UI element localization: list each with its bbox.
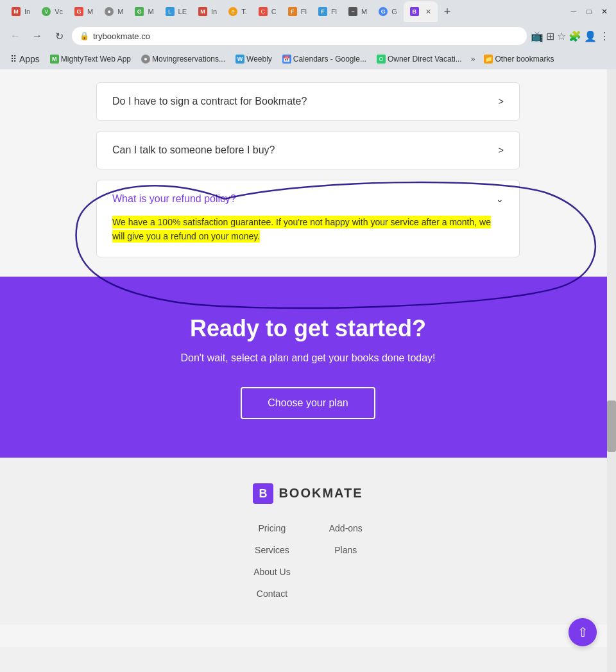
faq-item-refund[interactable]: What is your refund policy? ⌄ We have a … [96, 180, 520, 257]
bookmarks-more-button[interactable]: » [468, 53, 478, 65]
faq-item-talk[interactable]: Can I talk to someone before I buy? > [96, 131, 520, 169]
tab-2[interactable]: V Vc [37, 1, 68, 22]
tab-10[interactable]: F Fl [283, 1, 312, 22]
tab-6[interactable]: L LE [160, 1, 192, 22]
footer-link-plans[interactable]: Plans [329, 545, 363, 555]
scrollbar-track[interactable] [607, 69, 616, 647]
tab-11[interactable]: F Fl [313, 1, 342, 22]
chevron-right-icon-2: > [499, 145, 504, 155]
faq-item-contract-header[interactable]: Do I have to sign a contract for Bookmat… [112, 96, 504, 107]
browser-chrome: M In V Vc G M ● M G M L LE [0, 0, 616, 69]
bookmark-other[interactable]: 📁 Other bookmarks [480, 53, 558, 65]
tab-search-icon[interactable]: ⊞ [546, 30, 554, 42]
faq-item-contract[interactable]: Do I have to sign a contract for Bookmat… [96, 82, 520, 121]
footer-logo-text: BOOKMATE [278, 486, 363, 501]
chevron-right-icon: > [499, 96, 504, 107]
cast-icon[interactable]: 📺 [531, 30, 543, 42]
footer-col-1: Pricing Services About Us Contact [253, 523, 291, 599]
address-bar: ← → ↻ 🔒 trybookmate.co 📺 ⊞ ☆ 🧩 👤 ⋮ [0, 23, 616, 49]
url-bar[interactable]: 🔒 trybookmate.co [72, 27, 527, 45]
footer-link-pricing[interactable]: Pricing [253, 523, 291, 533]
window-controls: ─ □ ✕ [569, 6, 610, 17]
footer: B BOOKMATE Pricing Services About Us Con… [0, 458, 616, 625]
faq-section: Do I have to sign a contract for Bookmat… [83, 69, 533, 257]
faq-item-refund-wrapper: What is your refund policy? ⌄ We have a … [96, 180, 520, 257]
tab-8[interactable]: e T. [223, 1, 252, 22]
scroll-to-top-button[interactable]: ⇧ [569, 618, 597, 646]
chevron-up-icon: ⇧ [578, 625, 588, 640]
footer-links: Pricing Services About Us Contact Add-on… [13, 523, 603, 599]
tab-4[interactable]: ● M [99, 1, 128, 22]
bookmark-weebly[interactable]: W Weebly [232, 53, 276, 65]
faq-answer-refund: We have a 100% satisfaction guarantee. I… [112, 215, 504, 244]
tab-13[interactable]: G G [373, 1, 402, 22]
choose-plan-button[interactable]: Choose your plan [241, 387, 375, 419]
bookmark-moving[interactable]: ● Movingreservations... [137, 53, 229, 65]
extensions-icon[interactable]: 🧩 [569, 30, 581, 42]
faq-item-talk-header[interactable]: Can I talk to someone before I buy? > [112, 144, 504, 156]
bookmark-calendars[interactable]: 📅 Calendars - Google... [278, 53, 370, 65]
bookmarks-bar: ⠿ Apps M MightyText Web App ● Movingrese… [0, 49, 616, 69]
tab-7[interactable]: M In [193, 1, 222, 22]
footer-link-services[interactable]: Services [253, 545, 291, 555]
svg-text:B: B [259, 487, 268, 500]
bookmark-mightytext[interactable]: M MightyText Web App [46, 53, 135, 65]
highlighted-answer: We have a 100% satisfaction guarantee. I… [112, 216, 491, 243]
tab-bookmate[interactable]: B ✕ [404, 1, 438, 22]
url-text: trybookmate.co [93, 31, 150, 41]
faq-question-refund: What is your refund policy? [112, 193, 236, 205]
bookmark-star-icon[interactable]: ☆ [557, 30, 566, 42]
tab-3[interactable]: G M [69, 1, 98, 22]
chevron-down-icon: ⌄ [496, 194, 504, 204]
footer-logo: B BOOKMATE [13, 483, 603, 504]
more-menu-icon[interactable]: ⋮ [599, 30, 610, 42]
faq-question-contract: Do I have to sign a contract for Bookmat… [112, 96, 307, 107]
faq-question-talk: Can I talk to someone before I buy? [112, 144, 275, 156]
scrollbar-thumb[interactable] [607, 401, 616, 452]
lock-icon: 🔒 [80, 31, 89, 40]
reload-button[interactable]: ↻ [50, 27, 68, 45]
profile-icon[interactable]: 👤 [584, 30, 597, 42]
cta-section: Ready to get started? Don't wait, select… [0, 277, 616, 458]
close-button[interactable]: ✕ [599, 6, 610, 17]
back-button[interactable]: ← [6, 27, 24, 45]
address-icons: 📺 ⊞ ☆ 🧩 👤 ⋮ [531, 30, 610, 42]
footer-col-2: Add-ons Plans [329, 523, 363, 599]
apps-icon[interactable]: ⠿ Apps [6, 53, 44, 65]
footer-link-about[interactable]: About Us [253, 567, 291, 577]
forward-button[interactable]: → [28, 27, 46, 45]
restore-button[interactable]: □ [584, 6, 594, 17]
cta-title: Ready to get started? [13, 315, 603, 342]
footer-link-addons[interactable]: Add-ons [329, 523, 363, 533]
tab-12[interactable]: ~ M [343, 1, 372, 22]
tab-bookmate-close-icon[interactable]: ✕ [425, 8, 431, 16]
faq-item-refund-header[interactable]: What is your refund policy? ⌄ [112, 193, 504, 205]
tab-5[interactable]: G M [130, 1, 158, 22]
cta-subtitle: Don't wait, select a plan and get your b… [13, 352, 603, 364]
bookmate-logo-icon: B [253, 483, 273, 504]
page-content: Do I have to sign a contract for Bookmat… [0, 69, 616, 647]
bookmark-owner[interactable]: O Owner Direct Vacati... [373, 53, 466, 65]
minimize-button[interactable]: ─ [569, 6, 579, 17]
footer-link-contact[interactable]: Contact [253, 589, 291, 599]
title-bar: M In V Vc G M ● M G M L LE [0, 0, 616, 23]
tab-1[interactable]: M In [6, 1, 35, 22]
new-tab-button[interactable]: + [439, 5, 456, 19]
tab-9[interactable]: C C [253, 1, 282, 22]
